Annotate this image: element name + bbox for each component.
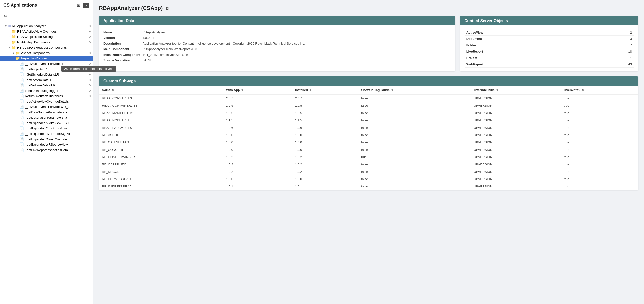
cs-object-value: 43	[589, 61, 634, 68]
subtag-override_rule: UPVERSION	[471, 183, 561, 190]
tree-expander[interactable]: ›	[8, 35, 12, 38]
sidebar-item-aspect-components[interactable]: ›📁Aspect Components⊕	[0, 50, 93, 56]
sidebar: CS Applications ⊞ ▼ ↩ ∨⊞RB Application A…	[0, 0, 93, 304]
sidebar-item-getSystemDataLR[interactable]: 📄_getSystemDataLR⊕	[0, 77, 93, 82]
subtag-installed: 1.0.0	[292, 132, 358, 139]
dropdown-button[interactable]: ▼	[83, 3, 90, 8]
tree-label: _getActiveViewOverrideDetails	[25, 100, 91, 103]
tree-label: RBAA Help Documents	[17, 40, 88, 44]
subtag-overwrite: true	[561, 168, 638, 176]
subtag-installed: 2.0.7	[292, 94, 358, 102]
pin-icon[interactable]: ⊕	[89, 35, 91, 38]
sidebar-item-rbaa-app-settings[interactable]: ›📁RBAA Application Settings⊕	[0, 34, 93, 40]
subtag-name: RB_CONCATIF	[99, 146, 223, 154]
field-value: RBAppAnalyzer Main WebReport ⊕ ⧉	[142, 46, 451, 52]
sidebar-item-getExpandedLiveReport[interactable]: 📄_getExpandedLiveReportSQLVi	[0, 131, 93, 136]
subtags-column-header[interactable]: Override Rule ⇅	[471, 86, 561, 94]
subtags-column-header[interactable]: Installed ⇅	[292, 86, 358, 94]
sidebar-item-getDestinationParams[interactable]: 📄_getDestinationParameters_J	[0, 115, 93, 120]
subtag-with_app: 1.0.1	[223, 183, 292, 190]
sidebar-item-checkScheduleTrigger[interactable]: 📄checkSchedule_Trigger⊕	[0, 88, 93, 93]
external-link-icon[interactable]: ⧉	[166, 6, 169, 11]
subtag-name: RB_CALLSUBTAG	[99, 139, 223, 146]
sidebar-back-section: ↩	[0, 11, 93, 22]
pin-icon[interactable]: ⊕	[89, 30, 91, 33]
tree-tooltip: 25 children 25 dependents 2 levels	[61, 66, 93, 72]
subtags-column-header[interactable]: Name ⇅	[99, 86, 223, 94]
sidebar-item-getScheduleDetailsLR[interactable]: 📄_GetScheduleDetailsLR⊕	[0, 72, 93, 77]
tree-icon: 📄	[20, 72, 24, 76]
tree-icon: 📄	[20, 105, 24, 109]
subtags-column-header[interactable]: Show In Tag Guide ⇅	[358, 86, 471, 94]
pin-icon[interactable]: ⊕	[89, 41, 91, 44]
external-link-icon[interactable]: ⧉	[195, 48, 197, 51]
tree-icon: 📄	[20, 121, 24, 125]
field-value: INIT_SetMaximumDataSet ⊕ ⧉	[142, 52, 451, 58]
sidebar-item-getExpandedWRSource[interactable]: 📄_getExpandedWRSourceView_	[0, 142, 93, 147]
field-value: RBAppAnalyzer	[142, 29, 451, 35]
subtag-overwrite: true	[561, 183, 638, 190]
pin-icon[interactable]: ⊕	[89, 94, 91, 98]
subtags-column-header[interactable]: With App ⇅	[223, 86, 292, 94]
tree-expander[interactable]: ∨	[8, 46, 12, 49]
subtag-overwrite: true	[561, 132, 638, 139]
subtag-name: RB_CONDROWINSERT	[99, 154, 223, 161]
external-link-icon[interactable]: ⧉	[186, 53, 188, 56]
pin-icon[interactable]: ⊕	[89, 62, 91, 65]
sidebar-item-getVolumeDataIdLR[interactable]: 📄_getVolumeDataIdLR⊕	[0, 82, 93, 88]
sidebar-item-rb-app-analyzer[interactable]: ∨⊞RB Application Analyzer⊕	[0, 23, 93, 29]
pin-icon[interactable]: ⊕	[89, 52, 91, 54]
sidebar-item-getDataSourceParams[interactable]: 📄_getDataSourceParameters_c	[0, 110, 93, 115]
pin-icon[interactable]: ⊕	[89, 78, 91, 82]
sidebar-item-getActiveViewOverride[interactable]: 📄_getActiveViewOverrideDetails	[0, 99, 93, 104]
tree-label: _getDataSourceParameters_c	[25, 110, 91, 114]
tree-label: _getSystemDataLR	[25, 78, 88, 82]
subtag-overwrite: true	[561, 139, 638, 146]
sidebar-item-getAuditEventsWR[interactable]: 📄_getAuditEventsForNodeWR_J	[0, 104, 93, 110]
tree-icon: 📁	[16, 56, 20, 60]
sidebar-item-getLiveReportInspection[interactable]: 📄_getLiveReportInspectionDeta	[0, 147, 93, 152]
table-row: Version1.0.0.21	[103, 35, 451, 41]
table-row: Source ValidationFALSE	[103, 58, 451, 63]
sidebar-item-getExpandedObjectOverride[interactable]: 📄_getExpandedObjectOverride'	[0, 136, 93, 142]
subtag-overwrite: true	[561, 94, 638, 102]
pin-icon[interactable]: ⊕	[89, 73, 91, 76]
table-row: RBAA_CONSTREFS2.0.72.0.7falseUPVERSIONtr…	[99, 94, 638, 102]
pin-icon[interactable]: ⊕	[191, 48, 194, 51]
subtag-overwrite: true	[561, 102, 638, 110]
sidebar-tree: ∨⊞RB Application Analyzer⊕›📁RBAA ActiveV…	[0, 22, 93, 304]
sidebar-title: CS Applications	[4, 3, 37, 8]
sidebar-item-rbaa-help-docs[interactable]: ›📁RBAA Help Documents⊕	[0, 40, 93, 45]
tree-label: _getLiveReportInspectionDeta	[25, 148, 91, 152]
subtag-overwrite: true	[561, 161, 638, 168]
pin-icon[interactable]: ⊕	[89, 84, 91, 87]
subtag-with_app: 1.0.2	[223, 168, 292, 176]
subtag-override_rule: UPVERSION	[471, 161, 561, 168]
sidebar-item-getExpandedConstants[interactable]: 📄_getExpandedConstantsView_	[0, 126, 93, 131]
sidebar-item-rbaa-activeview[interactable]: ›📁RBAA ActiveView Overrides⊕	[0, 29, 93, 34]
cards-row: Application Data NameRBAppAnalyzerVersio…	[99, 16, 638, 72]
tree-expander[interactable]: ›	[12, 52, 16, 54]
field-label: Description	[103, 41, 142, 46]
tree-expander[interactable]: ∨	[4, 24, 8, 28]
subtags-column-header[interactable]: Overwrite? ⇅	[561, 86, 638, 94]
cs-objects-body: ActiveView2Document3Folder7LiveReport18P…	[460, 26, 638, 72]
subtag-show_in_tag_guide: false	[358, 110, 471, 117]
tree-expander[interactable]: ›	[8, 41, 12, 44]
tree-icon: 📄	[20, 88, 24, 92]
subtag-name: RBAA_CONSTREFS	[99, 94, 223, 102]
sidebar-item-returnWorkflow[interactable]: 📄Return Workflow Instances⊕	[0, 93, 93, 99]
tree-expander[interactable]: ›	[8, 30, 12, 33]
tree-label: _getAuditEventsForNodeWR_J	[25, 105, 91, 109]
table-row: RB_ASSOC1.0.01.0.0falseUPVERSIONtrue	[99, 132, 638, 139]
tree-label: _getExpandedLiveReportSQLVi	[25, 132, 91, 136]
network-icon[interactable]: ⊞	[76, 2, 81, 8]
back-icon[interactable]: ↩	[4, 14, 8, 19]
sidebar-item-getExpandedAudits[interactable]: 📄_getExpandedAuditsView_JSC	[0, 120, 93, 126]
sidebar-item-inspection-reques[interactable]: 📁Inspection Reques...	[0, 56, 93, 61]
subtag-name: RB_ASSOC	[99, 132, 223, 139]
pin-icon[interactable]: ⊕	[182, 53, 184, 56]
pin-icon[interactable]: ⊕	[89, 89, 91, 92]
sidebar-item-rbaa-json-req[interactable]: ∨📁RBAA JSON Request Components	[0, 45, 93, 50]
pin-icon[interactable]: ⊕	[89, 24, 91, 28]
